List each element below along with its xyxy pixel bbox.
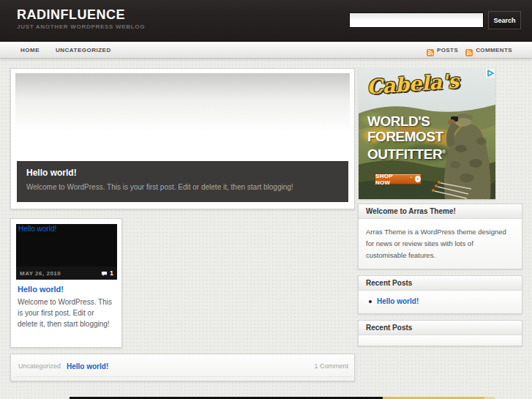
- rss-icon: [427, 46, 434, 53]
- site-header: RADINFLUENCE JUST ANOTHER WORDPRESS WEBL…: [0, 0, 532, 42]
- featured-post-title[interactable]: Hello world!: [26, 168, 339, 178]
- archive-row: Uncategorized Hello world! 1 Comment: [14, 356, 351, 377]
- ad-headline: WORLD'S FOREMOST OUTFITTER®: [367, 113, 446, 162]
- recent-post-link[interactable]: Hello world!: [377, 297, 419, 305]
- recent-posts-title: Recent Posts: [359, 276, 522, 291]
- thumbnail-title-link[interactable]: Hello world!: [18, 225, 56, 233]
- thumbnail-meta-bar: MAY 26, 2010 1: [16, 266, 117, 280]
- recent-posts-empty-body: [359, 335, 522, 346]
- list-item: Hello world!: [369, 297, 514, 305]
- rss-icon: [465, 46, 473, 53]
- recent-posts-list: Hello world!: [359, 291, 522, 313]
- comments-feed-label: COMMENTS: [476, 47, 512, 53]
- archive-list: Uncategorized Hello world! 1 Comment: [10, 354, 355, 381]
- featured-post-excerpt: Welcome to WordPress. This is your first…: [26, 183, 339, 191]
- posts-feed-link[interactable]: POSTS: [427, 46, 458, 53]
- comments-feed-link[interactable]: COMMENTS: [465, 46, 512, 53]
- nav-item-home[interactable]: HOME: [20, 47, 40, 53]
- shop-now-button[interactable]: SHOP NOW ™ ›: [375, 174, 422, 184]
- welcome-widget-title: Welcome to Arras Theme!: [359, 204, 522, 219]
- trademark-mark: ™: [410, 176, 413, 179]
- feed-links: POSTS COMMENTS: [427, 42, 512, 58]
- comment-count: 1: [110, 269, 113, 277]
- ad-headline-line1: WORLD'S: [367, 113, 446, 129]
- adchoices-icon[interactable]: [486, 69, 495, 78]
- recent-posts-widget-1: Recent Posts Hello world!: [358, 275, 522, 314]
- featured-slider: Hello world! Welcome to WordPress. This …: [10, 68, 355, 209]
- ad-headline-line2: FOREMOST: [367, 129, 446, 144]
- nav-item-uncategorized[interactable]: UNCATEGORIZED: [56, 47, 111, 53]
- post-card: Hello world! MAY 26, 2010 1 Hello world!…: [10, 218, 122, 348]
- site-title[interactable]: RADINFLUENCE: [17, 7, 125, 23]
- post-date: MAY 26, 2010: [20, 270, 61, 277]
- comment-count-link[interactable]: 1: [101, 266, 113, 280]
- welcome-widget-body: Arras Theme is a WordPress theme designe…: [359, 219, 522, 269]
- nav-bar: HOME UNCATEGORIZED POSTS COMMENTS: [0, 42, 532, 59]
- recent-posts-title: Recent Posts: [359, 321, 522, 335]
- registered-mark: ®: [442, 149, 446, 154]
- cabelas-ad[interactable]: Cabela's WORLD'S FOREMOST OUTFITTER® SHO…: [359, 68, 495, 199]
- shop-now-label: SHOP NOW: [375, 173, 408, 186]
- archive-category: Uncategorized: [18, 362, 67, 370]
- blog-page: RADINFLUENCE JUST ANOTHER WORDPRESS WEBL…: [0, 0, 532, 399]
- ad-headline-line3: OUTFITTER®: [367, 144, 446, 162]
- post-title-link[interactable]: Hello world!: [18, 285, 64, 294]
- archive-post-link[interactable]: Hello world!: [67, 362, 108, 370]
- bullet-icon: [369, 300, 372, 303]
- nav-links: HOME UNCATEGORIZED: [20, 42, 111, 58]
- archive-comment-count[interactable]: 1 Comment: [314, 362, 348, 370]
- recent-posts-widget-2: Recent Posts: [358, 320, 522, 346]
- site-tagline: JUST ANOTHER WORDPRESS WEBLOG: [17, 23, 145, 30]
- featured-caption: Hello world! Welcome to WordPress. This …: [17, 161, 348, 202]
- post-thumbnail[interactable]: Hello world! MAY 26, 2010 1: [16, 224, 117, 280]
- post-excerpt: Welcome to WordPress. This is your first…: [18, 297, 116, 329]
- welcome-widget: Welcome to Arras Theme! Arras Theme is a…: [358, 204, 522, 269]
- posts-feed-label: POSTS: [437, 47, 458, 53]
- search-input[interactable]: [349, 12, 484, 28]
- shop-now-arrow-icon: ›: [415, 176, 421, 182]
- comment-bubble-icon: [101, 266, 108, 280]
- search-button[interactable]: Search: [488, 11, 521, 29]
